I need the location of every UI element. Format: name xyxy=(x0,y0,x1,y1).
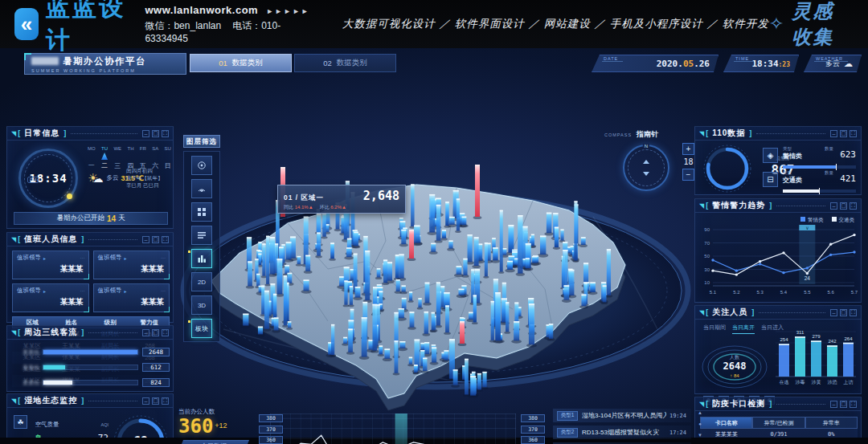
zoom-in-button[interactable]: + xyxy=(682,143,694,155)
expand-icon[interactable]: ⛶ xyxy=(850,401,857,408)
minimize-icon[interactable]: – xyxy=(830,309,837,316)
duty-leader-card[interactable]: 值班领导▸···某某某 xyxy=(93,283,170,312)
minimize-icon[interactable]: – xyxy=(142,236,149,243)
tab-data-category-2[interactable]: 02数据类别 xyxy=(294,54,396,72)
trend-legend: 警情类交通类 xyxy=(800,217,854,224)
expand-icon[interactable]: ⛶ xyxy=(162,329,169,336)
today-data-button[interactable]: 今日数据 xyxy=(178,440,249,444)
minimize-icon[interactable]: – xyxy=(830,130,837,137)
expand-icon[interactable]: ⛶ xyxy=(850,202,857,210)
expand-icon[interactable]: ⛶ xyxy=(162,130,169,137)
alert-scroll-dot[interactable]: ● xyxy=(698,422,702,426)
svg-text:50: 50 xyxy=(704,254,710,259)
alert-item[interactable]: 类型1湿地3-104片区有不明人员闯入19:24 xyxy=(553,409,691,422)
minimize-icon[interactable]: – xyxy=(142,130,149,137)
expand-icon[interactable]: ⛶ xyxy=(162,397,169,405)
compass-ring[interactable]: N xyxy=(623,145,669,191)
minimize-icon[interactable]: – xyxy=(830,202,837,210)
screen: « 蓝蓝设计 www.lanlanwork.com►►►►► 微信：ben_la… xyxy=(0,0,868,444)
minimize-icon[interactable]: – xyxy=(142,329,149,336)
svg-text:∨: ∨ xyxy=(805,226,809,230)
passenger-bar-row: 某某线2648 xyxy=(14,348,170,356)
minimize-icon[interactable]: – xyxy=(142,397,149,405)
svg-text:24: 24 xyxy=(805,275,811,281)
focus-tab[interactable]: 当日期间 xyxy=(703,324,726,334)
window-icon[interactable]: ▢ xyxy=(152,130,159,137)
legend-item[interactable]: 警情类 xyxy=(800,217,824,224)
layer-button-camera[interactable] xyxy=(191,156,212,175)
duty-leader-card[interactable]: 值班领导▸···某某某 xyxy=(12,251,89,279)
window-icon[interactable]: ▢ xyxy=(152,329,159,336)
dashboard: 暑期办公协作平台 SUMMER WORKING PLATFORM 01数据类别 … xyxy=(0,48,868,444)
focus-tab[interactable]: 当日离开 xyxy=(732,324,755,334)
car-icon: ⊟ xyxy=(763,172,778,187)
panel-passenger-flow: ◥[周边三线客流] –▢⛶ 某某线2648某某线612某某线824 xyxy=(6,325,174,392)
panel-checkpoints: ◥[防疫卡口检测] –▢⛶ 卡口名称异常/已检测异常率 某某某某0/3910%某… xyxy=(694,397,862,444)
alert-item[interactable]: 类型2RD13-53烟感报警疑似火灾17:24 xyxy=(553,426,691,439)
brand-name: 蓝蓝设计 xyxy=(46,0,125,57)
lunar-calendar: 闰四月初四 庚子年【鼠年】 辛巳月 己巳日 xyxy=(126,167,174,189)
svg-text:5.7: 5.7 xyxy=(851,290,858,295)
svg-text:311: 311 xyxy=(796,330,805,335)
svg-text:254: 254 xyxy=(780,337,788,342)
layer-button-bar-chart[interactable] xyxy=(191,249,212,268)
window-icon[interactable]: ▢ xyxy=(840,401,847,408)
layer-button-radar[interactable] xyxy=(191,179,212,198)
checkpoint-header-1[interactable]: 卡口名称 xyxy=(700,417,752,429)
checkpoint-row[interactable]: 某某某某0/890% xyxy=(700,441,858,444)
map-tooltip: 01 / 区域一2,648 同比 14.1%▲ 环比 6.2%▲ xyxy=(277,185,406,214)
window-icon[interactable]: ▢ xyxy=(840,202,847,210)
weather-display: WEATHER 多云 ☁ xyxy=(804,55,862,72)
clock-widget: PM 18:34 xyxy=(14,146,83,210)
alarm-icon: ◈ xyxy=(763,148,778,163)
layer-button-3d[interactable]: 3D xyxy=(191,295,212,315)
layer-button-list[interactable] xyxy=(191,226,212,245)
checkpoint-row[interactable]: 某某某某0/3910% xyxy=(700,429,858,441)
duty-leader-card[interactable]: 值班领导▸···某某某 xyxy=(12,283,89,312)
tower-icon xyxy=(101,153,108,160)
window-icon[interactable]: ▢ xyxy=(840,130,847,137)
map-zoom-control: + 18 − xyxy=(682,143,695,181)
panel-daily-info: ◥[日常信息] –▢⛶ PM 18:34 MO一TU二WE三TH四FR五SA六S… xyxy=(6,126,174,229)
layer-button-monitor-grid[interactable] xyxy=(191,202,212,222)
alert-scroll-up[interactable]: ▲ xyxy=(698,410,702,415)
svg-text:30: 30 xyxy=(704,267,710,272)
brand-logo[interactable]: « 蓝蓝设计 xyxy=(14,0,125,57)
inspiration-collect[interactable]: ✧ 灵感收集 xyxy=(769,0,850,50)
zoom-out-button[interactable]: − xyxy=(682,169,694,181)
svg-text:69: 69 xyxy=(133,434,148,444)
leaf-icon: ☘ xyxy=(14,415,27,429)
window-icon[interactable]: ▢ xyxy=(152,236,159,243)
zoom-level: 18 xyxy=(683,157,693,166)
website-link[interactable]: www.lanlanwork.com xyxy=(145,4,258,16)
weekday-we: WE三 xyxy=(113,146,121,170)
window-icon[interactable]: ▢ xyxy=(840,309,847,316)
legend-item[interactable]: 交通类 xyxy=(832,217,855,224)
layer-button-2d[interactable]: 2D xyxy=(191,272,212,291)
duty-leader-card[interactable]: 值班领导▸···某某某 xyxy=(93,251,170,279)
minimize-icon[interactable]: – xyxy=(830,401,837,408)
brand-contact: www.lanlanwork.com►►►►► 微信：ben_lanlan电话：… xyxy=(145,4,309,44)
expand-icon[interactable]: ⛶ xyxy=(850,309,857,316)
summer-office-notice: 暑期办公已开始14天 xyxy=(14,212,168,225)
layer-button-blocks[interactable]: 板块 xyxy=(191,319,212,338)
tab-data-category-1[interactable]: 01数据类别 xyxy=(190,54,292,72)
office-chart-yaxis-left: 380370360350340 xyxy=(259,414,283,444)
yaxis-tick: 380 xyxy=(521,414,545,422)
checkpoint-header-3[interactable]: 异常率 xyxy=(805,417,858,429)
office-chart-yaxis-right: 380370360350340 xyxy=(521,414,545,444)
expand-icon[interactable]: ⛶ xyxy=(162,236,169,243)
passenger-bar-track xyxy=(43,365,138,370)
checkpoint-header-2[interactable]: 异常/已检测 xyxy=(752,417,805,429)
compass-up-arrow xyxy=(643,160,649,164)
yaxis-tick: 370 xyxy=(521,426,545,434)
p110-item-2: ⊟类型交通类数量421 xyxy=(763,170,856,196)
window-icon[interactable]: ▢ xyxy=(152,397,159,405)
duty-cards: 值班领导▸···某某某值班领导▸···某某某值班领导▸···某某某值班领导▸··… xyxy=(12,251,170,312)
svg-text:涉恐: 涉恐 xyxy=(828,380,837,385)
expand-icon[interactable]: ⛶ xyxy=(850,130,857,137)
contact-line: 微信：ben_lanlan电话：010-63334945 xyxy=(145,19,309,44)
alert-scroll-down[interactable]: ▼ xyxy=(698,433,702,438)
yaxis-tick: 380 xyxy=(259,414,283,422)
yaxis-tick: 360 xyxy=(521,436,545,444)
